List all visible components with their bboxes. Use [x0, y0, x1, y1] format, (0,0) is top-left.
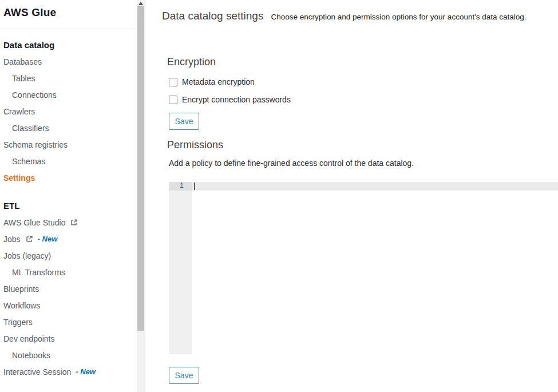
sidebar-item-label: Interactive Session [3, 367, 71, 377]
encryption-heading: Encryption [167, 56, 216, 68]
editor-gutter [169, 182, 192, 354]
permissions-heading: Permissions [167, 139, 223, 151]
encrypt-passwords-checkbox[interactable] [169, 96, 177, 104]
sidebar-item-label: Crawlers [3, 107, 35, 116]
metadata-encryption-label[interactable]: Metadata encryption [182, 77, 255, 86]
sidebar-item-label: Triggers [3, 318, 33, 327]
nav-section-data-catalog: Data catalog [0, 37, 137, 53]
policy-editor[interactable]: 1 [169, 182, 558, 354]
sidebar-scrollbar[interactable] [137, 0, 145, 392]
page-subtitle: Choose encryption and permission options… [271, 13, 526, 21]
editor-line-number: 1 [169, 182, 192, 191]
sidebar-item-settings[interactable]: Settings [0, 169, 137, 186]
page-title: Data catalog settings [162, 10, 263, 22]
encryption-save-button[interactable]: Save [169, 113, 199, 130]
permissions-save-button[interactable]: Save [169, 367, 199, 384]
app-title[interactable]: AWS Glue [3, 6, 56, 18]
encrypt-passwords-label[interactable]: Encrypt connection passwords [182, 95, 291, 104]
sidebar-item-label: Settings [3, 173, 35, 183]
encrypt-passwords-row[interactable]: Encrypt connection passwords [169, 95, 291, 104]
sidebar: AWS Glue Data catalog Databases Tables C… [0, 0, 137, 392]
sidebar-item-blueprints[interactable]: Blueprints [0, 280, 137, 297]
sidebar-item-tables[interactable]: Tables [0, 70, 137, 86]
sidebar-item-jobs[interactable]: Jobs - New [0, 231, 137, 247]
sidebar-item-label: Classifiers [12, 124, 49, 133]
sidebar-item-label: Blueprints [3, 284, 39, 294]
scroll-up-arrow-icon[interactable] [138, 2, 143, 5]
sidebar-item-label: ML Transforms [12, 268, 65, 277]
sidebar-item-schema-registries[interactable]: Schema registries [0, 136, 137, 153]
sidebar-item-label: Databases [3, 57, 42, 66]
sidebar-item-label: Notebooks [12, 351, 50, 360]
sidebar-item-label: Workflows [3, 301, 40, 310]
sidebar-item-label: Tables [12, 74, 35, 83]
page-header: Data catalog settingsChoose encryption a… [162, 10, 527, 22]
sidebar-item-label: Jobs [3, 235, 21, 244]
metadata-encryption-checkbox[interactable] [169, 78, 177, 86]
nav-section-etl: ETL [0, 197, 137, 214]
sidebar-item-crawlers[interactable]: Crawlers [0, 103, 137, 120]
sidebar-item-label: Dev endpoints [3, 334, 55, 343]
sidebar-item-schemas[interactable]: Schemas [0, 153, 137, 169]
external-link-icon [70, 219, 78, 226]
sidebar-item-ml-transforms[interactable]: ML Transforms [0, 264, 137, 280]
sidebar-item-connections[interactable]: Connections [0, 86, 137, 103]
metadata-encryption-row[interactable]: Metadata encryption [169, 77, 255, 86]
sidebar-item-label: Schema registries [3, 140, 68, 149]
editor-active-line [169, 182, 558, 191]
external-link-icon [26, 235, 33, 243]
sidebar-item-label: AWS Glue Studio [3, 218, 65, 227]
sidebar-item-notebooks[interactable]: Notebooks [0, 347, 137, 363]
sidebar-item-workflows[interactable]: Workflows [0, 297, 137, 314]
editor-text-cursor [194, 183, 195, 190]
sidebar-item-label: Connections [12, 90, 57, 100]
sidebar-item-jobs-legacy[interactable]: Jobs (legacy) [0, 247, 137, 264]
sidebar-item-classifiers[interactable]: Classifiers [0, 120, 137, 136]
sidebar-item-label: Jobs (legacy) [3, 251, 51, 260]
sidebar-item-interactive-session[interactable]: Interactive Session - New [0, 363, 137, 380]
sidebar-item-dev-endpoints[interactable]: Dev endpoints [0, 330, 137, 347]
sidebar-nav: Data catalog Databases Tables Connection… [0, 37, 137, 380]
sidebar-app-header: AWS Glue [0, 0, 137, 29]
scrollbar-thumb[interactable] [137, 6, 144, 331]
sidebar-item-aws-glue-studio[interactable]: AWS Glue Studio [0, 214, 137, 231]
new-badge: - New [38, 235, 58, 243]
main-content: Data catalog settingsChoose encryption a… [145, 0, 558, 392]
sidebar-item-databases[interactable]: Databases [0, 53, 137, 70]
new-badge: - New [76, 367, 96, 376]
permissions-description: Add a policy to define fine-grained acce… [169, 159, 414, 168]
sidebar-item-label: Schemas [12, 157, 45, 166]
sidebar-item-triggers[interactable]: Triggers [0, 314, 137, 330]
